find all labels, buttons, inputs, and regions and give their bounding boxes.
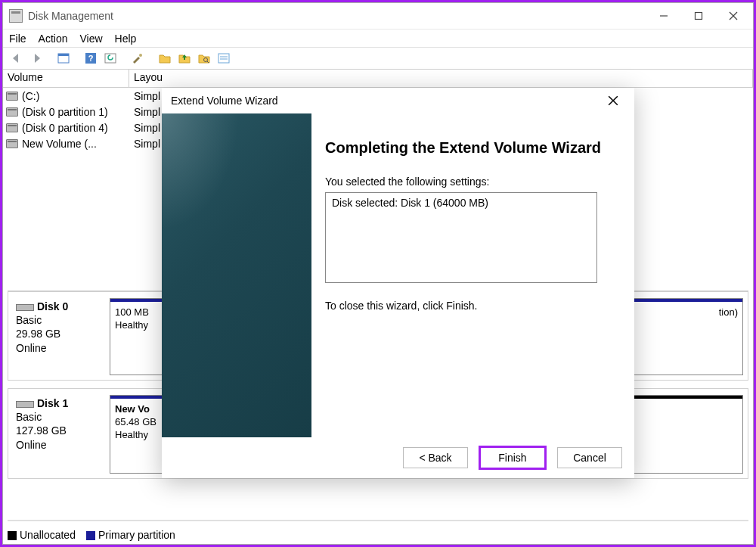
extend-volume-wizard: Extend Volume Wizard Completing the Exte… — [162, 88, 634, 478]
refresh-icon[interactable] — [101, 49, 119, 67]
titlebar[interactable]: Disk Management — [3, 3, 753, 29]
wizard-intro: You selected the following settings: — [325, 176, 618, 188]
svg-rect-1 — [696, 13, 702, 20]
disk-info: Disk 1 Basic 127.98 GB Online — [8, 389, 105, 478]
window-title: Disk Management — [28, 10, 113, 22]
folder-search-icon[interactable] — [195, 49, 213, 67]
disk-icon — [16, 401, 34, 408]
wizard-title: Extend Volume Wizard — [171, 95, 278, 107]
close-button[interactable] — [716, 5, 751, 27]
list-icon[interactable] — [215, 49, 233, 67]
disk-icon — [16, 304, 34, 311]
wizard-close-text: To close this wizard, click Finish. — [325, 300, 618, 312]
forward-icon[interactable] — [27, 49, 45, 67]
drive-icon — [6, 123, 18, 132]
toolbar: ? — [3, 47, 753, 70]
back-button[interactable]: < Back — [403, 447, 468, 468]
wizard-footer: < Back Finish Cancel — [162, 437, 634, 478]
svg-text:?: ? — [88, 54, 94, 63]
main-window: Disk Management File Action View Help ? … — [2, 2, 754, 545]
wizard-titlebar[interactable]: Extend Volume Wizard — [162, 88, 634, 113]
finish-button[interactable]: Finish — [479, 446, 547, 470]
svg-rect-12 — [218, 54, 229, 63]
folder-up-icon[interactable] — [175, 49, 194, 67]
wizard-sidebar-graphic — [162, 113, 311, 437]
legend: Unallocated Primary partition — [8, 529, 175, 541]
col-volume[interactable]: Volume — [3, 70, 129, 87]
col-layout[interactable]: Layou — [129, 70, 753, 87]
drive-icon — [6, 92, 18, 101]
wizard-heading: Completing the Extend Volume Wizard — [325, 138, 618, 157]
legend-primary-swatch — [86, 531, 95, 540]
back-icon[interactable] — [8, 49, 26, 67]
wizard-close-button[interactable] — [601, 90, 625, 111]
help-icon[interactable]: ? — [82, 49, 100, 67]
disk-info: Disk 0 Basic 29.98 GB Online — [8, 292, 105, 380]
menu-action[interactable]: Action — [39, 33, 68, 45]
minimize-button[interactable] — [646, 5, 681, 27]
folder-icon[interactable] — [156, 49, 174, 67]
table-icon[interactable] — [54, 49, 73, 67]
menu-view[interactable]: View — [79, 33, 102, 45]
column-headers: Volume Layou — [3, 70, 753, 88]
wizard-content: Completing the Extend Volume Wizard You … — [311, 113, 634, 437]
maximize-button[interactable] — [681, 5, 716, 27]
cancel-button[interactable]: Cancel — [557, 447, 622, 468]
partition[interactable]: 100 MB Healthy — [110, 298, 170, 375]
wizard-settings-box: Disk selected: Disk 1 (64000 MB) — [325, 192, 597, 283]
menu-help[interactable]: Help — [115, 33, 137, 45]
drive-icon — [6, 107, 18, 117]
properties-icon[interactable] — [129, 49, 147, 67]
menubar: File Action View Help — [3, 29, 753, 47]
svg-rect-5 — [58, 54, 69, 56]
drive-icon — [6, 139, 18, 148]
legend-unallocated-swatch — [8, 531, 17, 540]
app-icon — [9, 9, 23, 23]
svg-point-9 — [139, 54, 142, 57]
menu-file[interactable]: File — [9, 33, 26, 45]
